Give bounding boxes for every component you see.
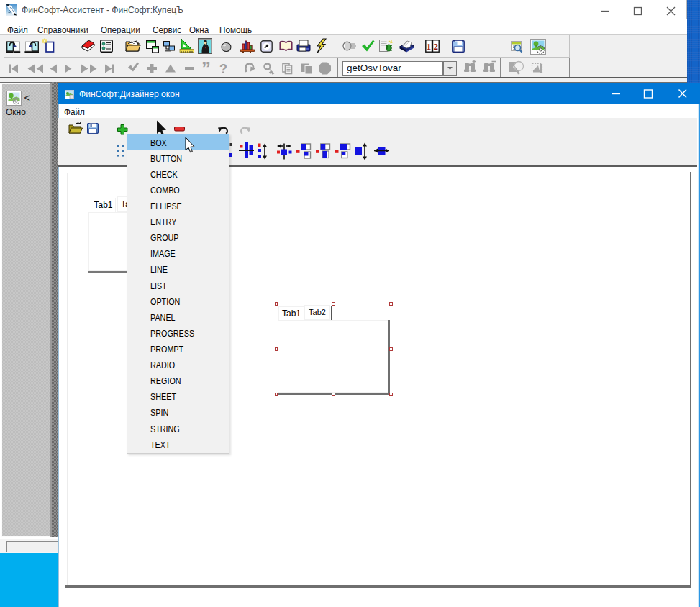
svg-text:?: ? <box>219 62 227 76</box>
svg-text:2: 2 <box>434 41 439 52</box>
svg-text:1: 1 <box>427 41 432 52</box>
svg-text:”: ” <box>201 58 211 77</box>
